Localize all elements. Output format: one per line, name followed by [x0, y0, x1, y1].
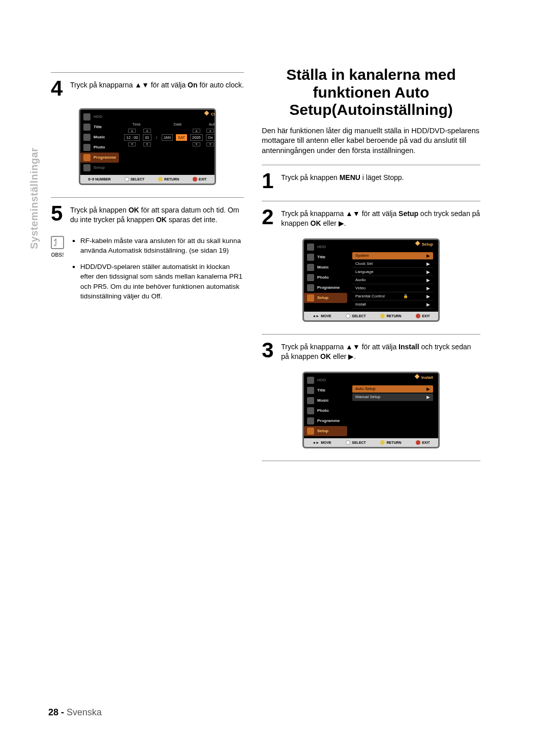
chevron-right-icon: ▶ — [426, 386, 430, 391]
osd-side-icon — [307, 294, 314, 301]
osd-side-nav: HDDTitleMusicPhotoProgrammeSetup — [80, 110, 119, 175]
step-number: 3 — [262, 341, 276, 360]
osd-side-icon — [307, 274, 314, 281]
osd-side-label: Title — [317, 388, 325, 392]
step-number: 5 — [51, 204, 65, 223]
osd-side-icon — [83, 134, 90, 141]
osd-side-item: Photo — [304, 406, 347, 416]
step-2: 2 Tryck på knapparna ▲▼ för att välja Se… — [262, 207, 480, 228]
chevron-right-icon: ▶ — [426, 269, 430, 275]
chevron-right-icon: ▶ — [426, 395, 430, 400]
osd-caption: Clock Set — [205, 111, 216, 116]
osd-side-label: Music — [94, 135, 105, 139]
lock-icon: 🔒 — [403, 294, 408, 298]
osd-side-item: Programme — [304, 416, 347, 426]
osd-side-item: Title — [304, 252, 347, 262]
osd-side-label: Music — [317, 265, 329, 269]
step-4: 4 Tryck på knapparna ▲▼ för att välja On… — [51, 79, 244, 98]
osd-clock-set: HDDTitleMusicPhotoProgrammeSetup Clock S… — [79, 108, 216, 185]
chevron-right-icon: ▶ — [426, 286, 430, 291]
section-title: Ställa in kanalerna med funktionen Auto … — [262, 66, 480, 119]
section-side-label: Systeminställningar — [28, 147, 40, 249]
chevron-right-icon: ▶ — [426, 302, 430, 307]
osd-side-item: Music — [304, 262, 347, 273]
osd-side-icon — [307, 428, 314, 435]
osd-menu-item: Clock Set▶ — [352, 260, 433, 268]
osd-side-label: Programme — [94, 155, 116, 160]
osd-side-label: HDD — [317, 245, 326, 249]
osd-side-item: Photo — [304, 273, 347, 283]
osd-side-icon — [307, 397, 314, 404]
osd-side-label: Music — [317, 398, 329, 403]
divider — [51, 197, 244, 198]
osd-side-item: Setup — [304, 426, 347, 436]
step-5: 5 Tryck på knappen OK för att spara datu… — [51, 204, 244, 225]
osd-side-icon — [307, 377, 314, 384]
section-intro: Den här funktionen låter dig manuellt st… — [262, 126, 480, 156]
osd-side-nav: HDDTitleMusicPhotoProgrammeSetup — [304, 373, 347, 438]
osd-side-icon — [83, 113, 90, 120]
osd-caption: Setup — [416, 241, 433, 247]
note-label: OBS! — [51, 252, 64, 258]
divider — [262, 461, 480, 461]
osd-side-label: Programme — [317, 418, 340, 423]
step-3: 3 Tryck på knapparna ▲▼ för att välja In… — [262, 341, 480, 361]
step-1: 1 Tryck på knappen MENU i läget Stopp. — [262, 171, 480, 191]
step-number: 4 — [51, 79, 65, 98]
osd-side-icon — [307, 264, 314, 271]
step-3-text: Tryck på knapparna ▲▼ för att välja Inst… — [281, 341, 480, 361]
divider — [262, 201, 480, 201]
osd-menu-item: Parental Control🔒▶ — [352, 293, 433, 300]
chevron-right-icon: ▶ — [426, 261, 430, 266]
osd-menu-item: Audio▶ — [352, 277, 433, 284]
step-number: 2 — [262, 207, 276, 227]
osd-side-item: Photo — [80, 142, 119, 153]
osd-menu-item: Language▶ — [352, 268, 433, 276]
osd-menu-list: System▶Clock Set▶Language▶Audio▶Video▶Pa… — [352, 252, 433, 309]
osd-side-item: Programme — [80, 153, 119, 163]
osd-caption: Install — [415, 375, 433, 380]
osd-side-item: HDD — [304, 242, 347, 252]
osd-setup-menu: HDDTitleMusicPhotoProgrammeSetup Setup S… — [302, 238, 440, 322]
osd-side-item: Setup — [304, 293, 347, 303]
osd-side-item: Title — [304, 385, 347, 396]
page-footer: 28 - Svenska — [48, 707, 102, 718]
osd-side-icon — [307, 417, 314, 425]
note-item: HDD/DVD-spelaren ställer automatiskt in … — [80, 262, 244, 301]
osd-side-label: Programme — [317, 285, 340, 290]
osd-side-item: HDD — [80, 112, 119, 122]
osd-side-icon — [83, 154, 90, 161]
osd-side-label: Title — [317, 255, 325, 259]
osd-side-label: Title — [94, 125, 102, 129]
osd-side-label: Photo — [317, 408, 329, 413]
osd-side-item: Music — [304, 396, 347, 406]
chevron-right-icon: ▶ — [426, 278, 430, 283]
osd-side-item: Programme — [304, 283, 347, 293]
osd-side-icon — [307, 244, 314, 251]
osd-footer: 0~9 NUMBER SELECT RETURN EXIT — [80, 175, 215, 184]
osd-footer: ◄► MOVE SELECT RETURN EXIT — [304, 438, 438, 447]
note-item: RF-kabeln måste vara ansluten för att du… — [80, 236, 244, 256]
osd-side-item: Setup — [80, 163, 119, 173]
step-1-text: Tryck på knappen MENU i läget Stopp. — [281, 171, 404, 183]
osd-menu-item: System▶ — [352, 252, 433, 260]
osd-side-icon — [83, 124, 90, 131]
divider — [262, 334, 480, 335]
chevron-right-icon: ▶ — [426, 253, 430, 258]
step-2-text: Tryck på knapparna ▲▼ för att välja Setu… — [281, 207, 480, 228]
osd-side-label: Setup — [317, 429, 328, 433]
step-number: 1 — [262, 171, 276, 191]
note-icon — [51, 236, 64, 249]
divider — [51, 72, 244, 73]
osd-side-icon — [307, 407, 314, 414]
osd-side-label: Setup — [94, 165, 105, 170]
chevron-right-icon: ▶ — [426, 294, 430, 299]
divider — [262, 165, 480, 165]
osd-menu-item: Manual Setup▶ — [352, 394, 433, 401]
osd-menu-item: Install▶ — [352, 301, 433, 309]
osd-menu-list: Auto Setup▶Manual Setup▶ — [352, 385, 433, 429]
note-block: OBS! RF-kabeln måste vara ansluten för a… — [51, 236, 244, 308]
step-4-text: Tryck på knapparna ▲▼ för att välja On f… — [70, 79, 244, 90]
osd-side-icon — [307, 254, 314, 261]
osd-side-label: HDD — [94, 114, 102, 119]
